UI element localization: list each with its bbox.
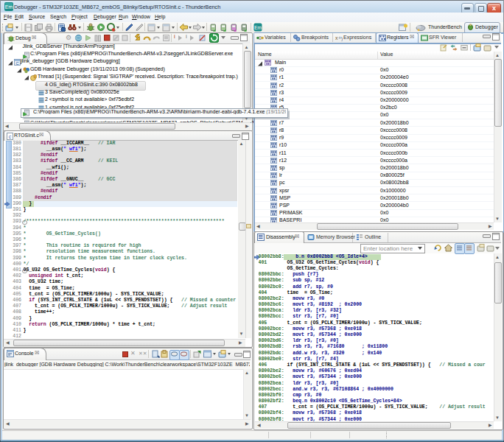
svg-text:Em: Em — [5, 4, 13, 10]
svg-text:c: c — [9, 134, 12, 139]
svg-text:C: C — [16, 61, 19, 66]
svg-text:+y: +y — [338, 35, 343, 41]
svg-text:Em: Em — [254, 25, 262, 30]
